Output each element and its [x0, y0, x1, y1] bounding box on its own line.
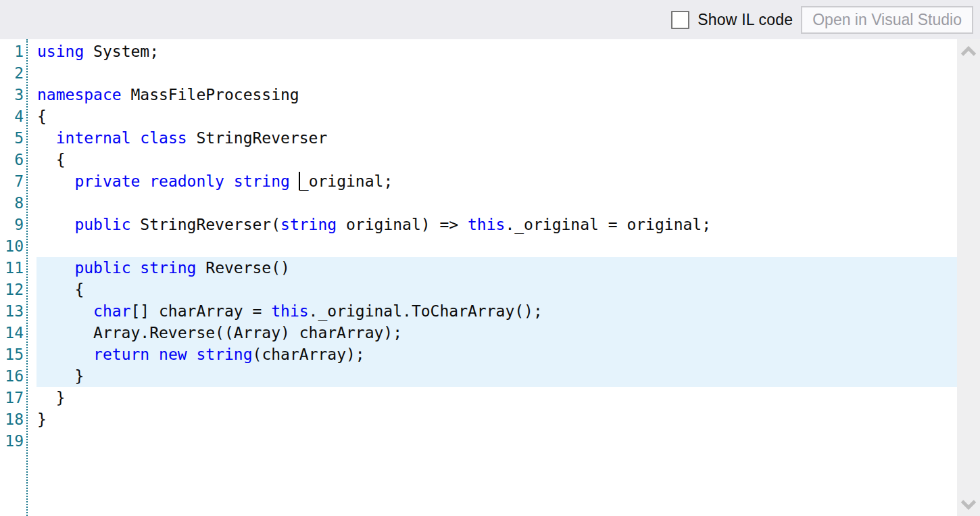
code-token: {: [37, 108, 47, 125]
code-token: [290, 172, 299, 190]
code-token: StringReverser(: [130, 216, 280, 233]
code-line-text: }: [36, 365, 957, 387]
line-number: 14: [0, 322, 24, 344]
code-line[interactable]: 7 private readonly string _original;: [0, 170, 957, 192]
code-line[interactable]: 14 Array.Reverse((Array) charArray);: [0, 322, 957, 344]
code-line-text: char[] charArray = this._original.ToChar…: [36, 300, 957, 322]
line-number: 15: [0, 344, 24, 365]
code-lines: 1using System;23namespace MassFileProces…: [0, 41, 957, 452]
code-line-text: [36, 192, 957, 214]
chevron-down-icon: [960, 500, 977, 510]
code-token: [37, 216, 74, 233]
code-line-text: using System;: [36, 41, 957, 62]
code-token-keyword: namespace: [37, 86, 122, 103]
code-token: [130, 259, 140, 277]
line-number: 11: [0, 257, 24, 279]
code-line-text: Array.Reverse((Array) charArray);: [36, 322, 957, 344]
code-token: [37, 259, 74, 277]
code-token: }: [37, 367, 84, 385]
code-token: ._original = original;: [505, 216, 711, 233]
decompiler-code-viewer: Show IL code Open in Visual Studio 1usin…: [0, 0, 980, 516]
code-token: Array.Reverse((Array) charArray);: [37, 324, 402, 342]
code-token-keyword: return: [93, 346, 149, 363]
code-token-keyword: private: [74, 172, 140, 190]
line-number: 13: [0, 300, 24, 322]
code-line[interactable]: 6 {: [0, 149, 957, 170]
code-line[interactable]: 5 internal class StringReverser: [0, 127, 957, 149]
code-line[interactable]: 18}: [0, 408, 957, 430]
line-number: 19: [0, 430, 24, 452]
line-number: 10: [0, 235, 24, 257]
code-line[interactable]: 12 {: [0, 279, 957, 300]
code-token: [37, 172, 74, 190]
code-line-text: public string Reverse(): [36, 257, 957, 279]
line-number: 2: [0, 62, 24, 84]
code-token: }: [37, 411, 47, 428]
code-editor[interactable]: 1using System;23namespace MassFileProces…: [0, 39, 957, 516]
scroll-down-button[interactable]: [957, 493, 980, 516]
code-line-text: return new string(charArray);: [36, 344, 957, 365]
code-line[interactable]: 3namespace MassFileProcessing: [0, 84, 957, 105]
line-number: 17: [0, 387, 24, 408]
code-line-text: {: [36, 149, 957, 170]
code-token-keyword: string: [196, 346, 252, 363]
show-il-checkbox-label: Show IL code: [697, 11, 793, 29]
open-in-visual-studio-button[interactable]: Open in Visual Studio: [801, 6, 973, 34]
code-line-text: [36, 430, 957, 452]
code-token: {: [37, 151, 66, 168]
code-token-keyword: this: [271, 302, 308, 320]
code-line-text: {: [36, 279, 957, 300]
line-number: 5: [0, 127, 24, 149]
code-token: [] charArray =: [130, 302, 271, 320]
code-line[interactable]: 11 public string Reverse(): [0, 257, 957, 279]
code-token-keyword: class: [140, 129, 187, 147]
show-il-checkbox[interactable]: [671, 11, 689, 29]
code-token-keyword: public: [74, 216, 130, 233]
line-number: 7: [0, 170, 24, 192]
line-number: 6: [0, 149, 24, 170]
code-line[interactable]: 2: [0, 62, 957, 84]
code-line[interactable]: 19: [0, 430, 957, 452]
code-line[interactable]: 4{: [0, 105, 957, 127]
code-token-keyword: readonly: [149, 172, 224, 190]
code-line-text: [36, 235, 957, 257]
code-token: System;: [84, 43, 159, 60]
vertical-scrollbar[interactable]: [957, 39, 980, 516]
line-number: 9: [0, 214, 24, 235]
code-line[interactable]: 8: [0, 192, 957, 214]
code-token: [187, 346, 197, 363]
code-token-keyword: new: [159, 346, 187, 363]
code-token: original) =>: [337, 216, 468, 233]
code-token-keyword: string: [140, 259, 196, 277]
code-line[interactable]: 10: [0, 235, 957, 257]
line-number: 12: [0, 279, 24, 300]
code-line[interactable]: 1using System;: [0, 41, 957, 62]
code-token-keyword: public: [74, 259, 130, 277]
code-token: [140, 172, 149, 190]
show-il-checkbox-group: Show IL code: [671, 11, 793, 29]
code-line-text: }: [36, 387, 957, 408]
code-token: [149, 346, 159, 363]
code-token: _original;: [299, 172, 393, 190]
code-token: MassFileProcessing: [122, 86, 299, 103]
code-line[interactable]: 13 char[] charArray = this._original.ToC…: [0, 300, 957, 322]
code-token-keyword: this: [468, 216, 505, 233]
scroll-up-button[interactable]: [957, 39, 980, 62]
code-line-text: public StringReverser(string original) =…: [36, 214, 957, 235]
line-number: 18: [0, 408, 24, 430]
code-line-text: {: [36, 105, 957, 127]
code-line[interactable]: 15 return new string(charArray);: [0, 344, 957, 365]
code-token: [130, 129, 140, 147]
code-token: (charArray);: [253, 346, 365, 363]
code-token-keyword: using: [37, 43, 84, 60]
code-token: StringReverser: [187, 129, 328, 147]
code-line-text: private readonly string _original;: [36, 170, 957, 192]
code-token-keyword: string: [280, 216, 337, 233]
code-line[interactable]: 17 }: [0, 387, 957, 408]
line-number: 3: [0, 84, 24, 105]
code-line-text: }: [36, 408, 957, 430]
code-line[interactable]: 9 public StringReverser(string original)…: [0, 214, 957, 235]
code-line[interactable]: 16 }: [0, 365, 957, 387]
line-number: 1: [0, 41, 24, 62]
code-token: [37, 302, 93, 320]
